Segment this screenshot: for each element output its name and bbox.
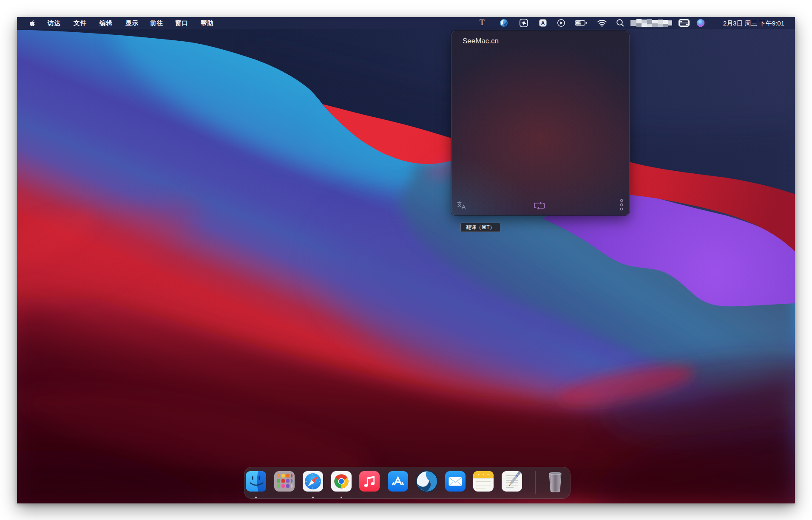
svg-text:A: A (541, 20, 545, 26)
